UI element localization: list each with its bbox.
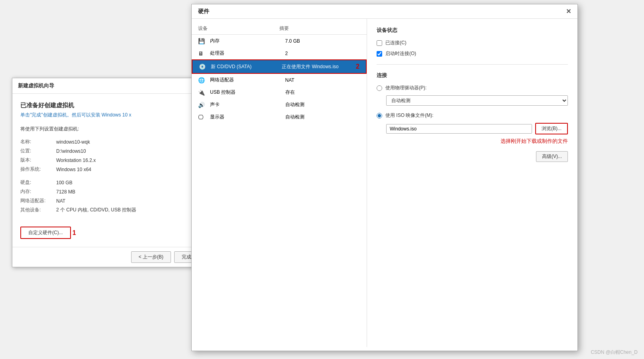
cpu-icon: 🖥 <box>198 50 207 57</box>
annotation-1: 1 <box>73 229 76 237</box>
table-spacer <box>20 174 199 178</box>
device-row-sound[interactable]: 🔊 声卡 自动检测 <box>192 99 367 111</box>
device-col-header: 设备 <box>198 25 279 32</box>
table-row: 位置: D:\windows10 <box>20 146 199 156</box>
hw-device-list: 设备 摘要 💾 内存 7.0 GB 🖥 处理器 2 💿 新 CD/DVD (SA… <box>192 19 367 347</box>
hardware-dialog: 硬件 ✕ 设备 摘要 💾 内存 7.0 GB 🖥 处理器 2 💿 <box>191 4 578 351</box>
device-summary-display: 自动检测 <box>285 114 361 120</box>
wizard-section-title: 将使用下列设置创建虚拟机: <box>20 126 199 132</box>
physical-drive-radio[interactable] <box>377 85 382 91</box>
device-summary-cddvd: 正在使用文件 Windows.iso <box>282 63 353 70</box>
startup-checkbox[interactable] <box>377 51 382 57</box>
device-summary-usb: 存在 <box>285 89 361 96</box>
connected-checkbox[interactable] <box>377 40 382 46</box>
iso-radio[interactable] <box>377 113 382 118</box>
wizard-titlebar: 新建虚拟机向导 <box>12 78 207 94</box>
device-row-cpu[interactable]: 🖥 处理器 2 <box>192 47 367 59</box>
physical-drive-select-row: 自动检测 <box>386 95 568 106</box>
device-row-display[interactable]: 🖵 显示器 自动检测 <box>192 111 367 123</box>
hw-titlebar: 硬件 ✕ <box>192 4 577 19</box>
wizard-heading: 已准备好创建虚拟机 <box>20 102 199 109</box>
hw-dialog-title: 硬件 <box>198 8 209 15</box>
wizard-subtext: 单击"完成"创建虚拟机。然后可以安装 Windows 10 x <box>20 112 199 118</box>
usb-icon: 🔌 <box>198 89 207 96</box>
table-row: 硬盘: 100 GB <box>20 178 199 187</box>
back-button[interactable]: < 上一步(B) <box>131 251 171 263</box>
connected-label: 已连接(C) <box>385 39 406 46</box>
summary-col-header: 摘要 <box>279 25 361 32</box>
device-status-title: 设备状态 <box>377 27 568 34</box>
device-row-usb[interactable]: 🔌 USB 控制器 存在 <box>192 86 367 99</box>
customize-hardware-button[interactable]: 自定义硬件(C)... <box>20 227 71 239</box>
device-name-display: 显示器 <box>210 114 285 120</box>
iso-label: 使用 ISO 映像文件(M): <box>385 112 434 119</box>
hw-close-button[interactable]: ✕ <box>566 8 571 15</box>
table-row: 网络适配器: NAT <box>20 196 199 205</box>
wizard-settings-table: 名称: windows10-wqk 位置: D:\windows10 版本: W… <box>20 137 199 215</box>
iso-file-row: 浏览(B)... <box>386 123 568 134</box>
iso-file-input[interactable] <box>386 124 532 134</box>
table-row: 版本: Workstation 16.2.x <box>20 156 199 165</box>
sound-icon: 🔊 <box>198 102 207 108</box>
device-summary-cpu: 2 <box>285 51 361 56</box>
hw-content: 设备 摘要 💾 内存 7.0 GB 🖥 处理器 2 💿 新 CD/DVD (SA… <box>192 19 577 347</box>
device-row-network[interactable]: 🌐 网络适配器 NAT <box>192 74 367 86</box>
wizard-footer: < 上一步(B) 完成 <box>12 247 207 267</box>
hw-right-panel: 设备状态 已连接(C) 启动时连接(O) 连接 使用物理驱动器(P): 自动检测 <box>367 19 577 347</box>
advanced-button[interactable]: 高级(V)... <box>536 151 568 162</box>
device-name-cddvd: 新 CD/DVD (SATA) <box>211 63 282 70</box>
device-summary-network: NAT <box>285 77 361 83</box>
table-row: 其他设备: 2 个 CPU 内核, CD/DVD, USB 控制器 <box>20 205 199 215</box>
device-summary-sound: 自动检测 <box>285 101 361 108</box>
startup-checkbox-row: 启动时连接(O) <box>377 50 568 57</box>
browse-button[interactable]: 浏览(B)... <box>535 123 568 134</box>
wizard-body: 已准备好创建虚拟机 单击"完成"创建虚拟机。然后可以安装 Windows 10 … <box>12 94 207 243</box>
physical-drive-label: 使用物理驱动器(P): <box>385 85 426 91</box>
connected-checkbox-row: 已连接(C) <box>377 39 568 46</box>
device-summary-memory: 7.0 GB <box>285 38 361 44</box>
divider <box>377 64 568 65</box>
device-name-network: 网络适配器 <box>210 77 285 83</box>
table-row: 内存: 7128 MB <box>20 187 199 196</box>
network-icon: 🌐 <box>198 77 207 83</box>
csdn-watermark: CSDN @白帽Chen_D <box>591 349 638 356</box>
wizard-dialog: 新建虚拟机向导 已准备好创建虚拟机 单击"完成"创建虚拟机。然后可以安装 Win… <box>12 78 207 267</box>
table-row: 操作系统: Windows 10 x64 <box>20 165 199 174</box>
wizard-title: 新建虚拟机向导 <box>18 83 54 89</box>
hw-device-header: 设备 摘要 <box>192 23 367 35</box>
display-icon: 🖵 <box>198 114 207 120</box>
cddvd-icon: 💿 <box>199 63 208 70</box>
iso-radio-row: 使用 ISO 映像文件(M): <box>377 112 568 119</box>
table-row: 名称: windows10-wqk <box>20 137 199 146</box>
annotation-text: 选择刚开始下载或制作的文件 <box>377 138 568 145</box>
device-name-memory: 内存 <box>210 37 285 44</box>
device-row-memory[interactable]: 💾 内存 7.0 GB <box>192 35 367 47</box>
device-row-cddvd[interactable]: 💿 新 CD/DVD (SATA) 正在使用文件 Windows.iso 2 <box>192 59 367 74</box>
physical-drive-radio-row: 使用物理驱动器(P): <box>377 85 568 91</box>
memory-icon: 💾 <box>198 38 207 44</box>
startup-label: 启动时连接(O) <box>385 50 416 57</box>
device-name-usb: USB 控制器 <box>210 89 285 96</box>
physical-drive-select[interactable]: 自动检测 <box>386 95 568 106</box>
connection-title: 连接 <box>377 72 568 79</box>
device-name-cpu: 处理器 <box>210 50 285 57</box>
device-name-sound: 声卡 <box>210 101 285 108</box>
annotation-2: 2 <box>356 63 359 70</box>
